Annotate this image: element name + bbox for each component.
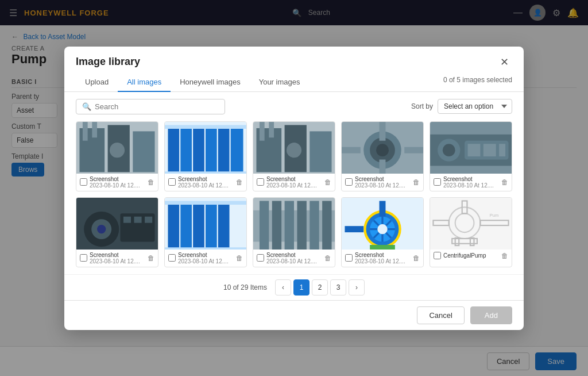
image-name: Screenshot [266, 176, 322, 182]
svg-rect-12 [218, 128, 230, 171]
image-delete-icon[interactable]: 🗑 [501, 178, 508, 186]
background-page: ☰ HONEYWELL FORGE 🔍 Search — 👤 ⚙ 🔔 ← Bac… [0, 0, 588, 376]
image-name: Screenshot [178, 252, 234, 258]
image-delete-icon[interactable]: 🗑 [324, 178, 331, 186]
svg-rect-73 [345, 226, 363, 232]
image-checkbox[interactable] [434, 252, 441, 259]
image-checkbox[interactable] [168, 254, 176, 262]
image-footer: Screenshot 2023-08-10 At 12.... 🗑 [342, 174, 423, 191]
pagination-page-3[interactable]: 3 [330, 279, 346, 296]
image-checkbox[interactable] [257, 254, 264, 262]
image-checkbox[interactable] [434, 178, 441, 186]
image-checkbox[interactable] [168, 178, 176, 186]
tab-all-images[interactable]: All images [118, 73, 171, 92]
image-date: 2023-08-10 At 12.... [443, 182, 499, 189]
image-checkbox[interactable] [80, 254, 87, 262]
pagination-page-1[interactable]: 1 [293, 279, 310, 296]
pagination-page-2[interactable]: 2 [312, 279, 328, 296]
image-checkbox[interactable] [345, 254, 353, 262]
image-card[interactable]: Screenshot 2023-08-10 At 12.... 🗑 [164, 197, 247, 267]
modal-overlay: Image library ✕ Upload All images Honeyw… [0, 0, 588, 376]
image-thumbnail [253, 122, 335, 174]
svg-rect-45 [134, 216, 141, 222]
image-thumbnail [253, 198, 335, 250]
image-card[interactable]: Pum CentrifugalPump 🗑 [430, 197, 512, 267]
image-thumbnail [342, 198, 423, 250]
sort-wrapper: Sort by Select an option Name A-Z Name Z… [411, 99, 512, 114]
image-delete-icon[interactable]: 🗑 [413, 178, 420, 186]
pagination-info: 10 of 29 Items [223, 283, 267, 291]
tab-your-images[interactable]: Your images [250, 73, 310, 92]
image-name: Screenshot [178, 176, 234, 182]
modal-add-button[interactable]: Add [470, 306, 512, 324]
image-card[interactable]: Screenshot 2023-08-10 At 12.... 🗑 [341, 197, 424, 267]
svg-rect-21 [269, 122, 274, 137]
svg-rect-59 [285, 201, 294, 250]
image-checkbox[interactable] [80, 178, 87, 186]
svg-rect-74 [380, 201, 386, 216]
image-grid: Screenshot 2023-08-10 At 12.... 🗑 [64, 119, 524, 274]
modal-close-button[interactable]: ✕ [497, 56, 512, 68]
pagination-next[interactable]: › [349, 279, 365, 296]
sort-label: Sort by [411, 102, 433, 110]
svg-rect-48 [168, 204, 179, 247]
tab-upload[interactable]: Upload [76, 73, 118, 92]
image-delete-icon[interactable]: 🗑 [501, 252, 508, 260]
search-icon: 🔍 [82, 102, 91, 111]
pagination-prev[interactable]: ‹ [275, 279, 291, 296]
image-card[interactable]: Screenshot 2023-08-10 At 12.... 🗑 [76, 121, 158, 191]
image-card[interactable]: Screenshot 2023-08-10 At 12.... 🗑 [253, 197, 335, 267]
image-name: Screenshot [355, 252, 411, 258]
selected-count: 0 of 5 images selected [443, 76, 512, 89]
modal-footer: Cancel Add [64, 300, 524, 330]
image-info: Screenshot 2023-08-10 At 12.... [266, 176, 322, 189]
svg-rect-53 [165, 201, 246, 205]
image-thumbnail [165, 122, 246, 174]
image-date: 2023-08-10 At 12.... [178, 258, 234, 264]
svg-rect-44 [123, 216, 131, 222]
image-info: Screenshot 2023-08-10 At 12.... [178, 176, 234, 189]
image-delete-icon[interactable]: 🗑 [148, 178, 154, 186]
image-checkbox[interactable] [345, 178, 353, 186]
modal-toolbar: 🔍 Sort by Select an option Name A-Z Name… [64, 92, 524, 119]
image-delete-icon[interactable]: 🗑 [413, 254, 420, 262]
tab-honeywell-images[interactable]: Honeywell images [171, 73, 250, 92]
image-name: Screenshot [266, 252, 322, 258]
image-card[interactable]: Screenshot 2023-08-10 At 12.... 🗑 [341, 121, 424, 191]
svg-rect-57 [260, 201, 269, 250]
image-footer: Screenshot 2023-08-10 At 12.... 🗑 [165, 250, 246, 267]
svg-point-26 [376, 144, 389, 156]
image-date: 2023-08-10 At 12.... [266, 182, 322, 189]
image-checkbox[interactable] [257, 178, 264, 186]
image-delete-icon[interactable]: 🗑 [236, 178, 243, 186]
search-wrapper: 🔍 [76, 99, 225, 114]
svg-rect-52 [218, 204, 230, 247]
image-delete-icon[interactable]: 🗑 [236, 254, 243, 262]
svg-text:Pum: Pum [490, 212, 499, 217]
sort-select[interactable]: Select an option Name A-Z Name Z-A Date … [438, 99, 512, 114]
image-card[interactable]: Screenshot 2023-08-10 At 12.... 🗑 [76, 197, 158, 267]
svg-rect-11 [206, 128, 217, 171]
image-name: CentrifugalPump [443, 252, 499, 259]
svg-rect-37 [483, 144, 496, 156]
search-input[interactable] [95, 102, 219, 111]
image-card[interactable]: Screenshot 2023-08-10 At 12.... 🗑 [253, 121, 335, 191]
image-delete-icon[interactable]: 🗑 [324, 254, 331, 262]
image-card[interactable]: Screenshot 2023-08-10 At 12.... 🗑 [430, 121, 512, 191]
svg-rect-14 [165, 125, 246, 129]
modal-cancel-button[interactable]: Cancel [417, 306, 464, 324]
image-thumbnail: Pum [430, 198, 512, 250]
svg-point-42 [97, 224, 106, 233]
svg-rect-4 [83, 122, 88, 141]
image-info: Screenshot 2023-08-10 At 12.... [178, 252, 234, 264]
image-date: 2023-08-10 At 12.... [90, 182, 145, 189]
svg-rect-5 [92, 122, 97, 137]
modal-tabs: Upload All images Honeywell images Your … [64, 68, 524, 92]
image-date: 2023-08-10 At 12.... [266, 258, 322, 264]
image-delete-icon[interactable]: 🗑 [148, 254, 154, 262]
image-card[interactable]: Screenshot 2023-08-10 At 12.... 🗑 [164, 121, 247, 191]
svg-rect-51 [206, 204, 217, 247]
svg-rect-49 [180, 204, 192, 247]
svg-rect-72 [370, 244, 395, 249]
svg-point-34 [443, 144, 455, 156]
